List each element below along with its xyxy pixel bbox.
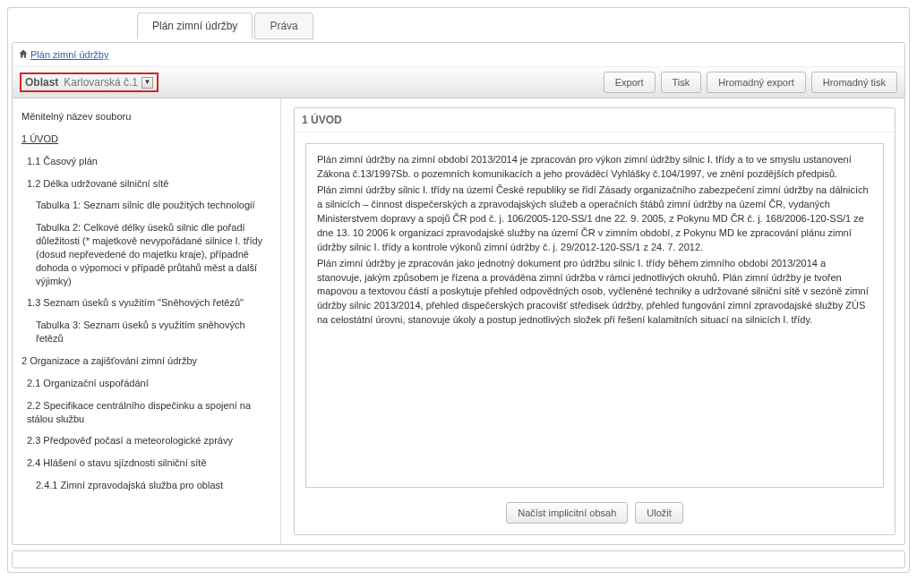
paragraph: Plán zimní údržby silnic I. třídy na úze…	[317, 183, 872, 255]
save-button[interactable]: Uložit	[635, 502, 683, 524]
tisk-button[interactable]: Tisk	[661, 72, 702, 93]
load-default-button[interactable]: Načíst implicitní obsah	[506, 502, 628, 524]
sidebar-item[interactable]: 2.2 Specifikace centrálního dispečinku a…	[20, 395, 275, 430]
oblast-selector-highlight: Oblast Karlovarská č.1 ▼	[20, 72, 159, 92]
breadcrumb: Plán zimní údržby	[13, 43, 904, 67]
sidebar-item[interactable]: 2.1 Organizační uspořádání	[20, 372, 275, 395]
sidebar-item[interactable]: 1 ÚVOD	[20, 128, 275, 150]
oblast-dropdown[interactable]: Karlovarská č.1 ▼	[62, 76, 155, 89]
main-area: 1 ÚVOD Plán zimní údržby na zimní období…	[281, 98, 904, 544]
breadcrumb-link[interactable]: Plán zimní údržby	[30, 49, 108, 60]
chevron-down-icon: ▼	[141, 77, 153, 89]
paragraph: Plán zimní údržby na zimní období 2013/2…	[317, 153, 872, 182]
sidebar-item[interactable]: Tabulka 1: Seznam silnic dle použitých t…	[20, 194, 275, 217]
outer-panel: Plán zimní údržby Práva Plán zimní údržb…	[7, 7, 910, 573]
sidebar-item[interactable]: 2.4.1 Zimní zpravodajská služba pro obla…	[20, 474, 275, 497]
section-title: 1 ÚVOD	[295, 108, 895, 132]
sidebar-item[interactable]: 1.2 Délka udržované silniční sítě	[20, 173, 275, 195]
hromadny-export-button[interactable]: Hromadný export	[707, 72, 805, 93]
bottom-buttons: Načíst implicitní obsah Uložit	[295, 495, 895, 534]
sidebar-item[interactable]: 2.4 Hlášení o stavu sjízdnosti silniční …	[20, 452, 275, 474]
sidebar-item[interactable]: Tabulka 2: Celkové délky úseků silnic dl…	[20, 217, 275, 292]
sidebar-item[interactable]: 2 Organizace a zajišťování zimní údržby	[20, 350, 275, 372]
home-icon	[18, 48, 29, 61]
sidebar-item[interactable]: 1.1 Časový plán	[20, 150, 275, 173]
export-button[interactable]: Export	[604, 72, 656, 93]
hromadny-tisk-button[interactable]: Hromadný tisk	[811, 72, 897, 93]
toolbar-buttons: Export Tisk Hromadný export Hromadný tis…	[604, 72, 897, 93]
sidebar[interactable]: Měnitelný název souboru 1 ÚVOD 1.1 Časov…	[13, 98, 281, 544]
content-panel: Plán zimní údržby Oblast Karlovarská č.1…	[12, 42, 905, 545]
paragraph: Plán zimní údržby je zpracován jako jedn…	[317, 257, 872, 328]
toolbar: Oblast Karlovarská č.1 ▼ Export Tisk Hro…	[13, 67, 904, 98]
tab-prava[interactable]: Práva	[254, 13, 313, 39]
sidebar-item[interactable]: Měnitelný název souboru	[20, 106, 275, 128]
content-editor[interactable]: Plán zimní údržby na zimní období 2013/2…	[305, 143, 884, 488]
oblast-value: Karlovarská č.1	[64, 76, 138, 89]
oblast-label: Oblast	[25, 76, 58, 89]
main-box: 1 ÚVOD Plán zimní údržby na zimní období…	[294, 107, 896, 535]
sidebar-item[interactable]: Tabulka 3: Seznam úseků s využitím sněho…	[20, 314, 275, 350]
sidebar-item[interactable]: 1.3 Seznam úseků s využitím "Sněhových ř…	[20, 292, 275, 314]
tab-plan-zimni-udrzby[interactable]: Plán zimní údržby	[137, 13, 253, 39]
content-text: Plán zimní údržby na zimní období 2013/2…	[317, 153, 872, 328]
sidebar-item[interactable]: 2.3 Předpověď počasí a meteorologické zp…	[20, 430, 275, 452]
footer-panel	[12, 550, 905, 568]
tabs-row: Plán zimní údržby Práva	[12, 12, 905, 38]
body-row: Měnitelný název souboru 1 ÚVOD 1.1 Časov…	[13, 98, 904, 544]
